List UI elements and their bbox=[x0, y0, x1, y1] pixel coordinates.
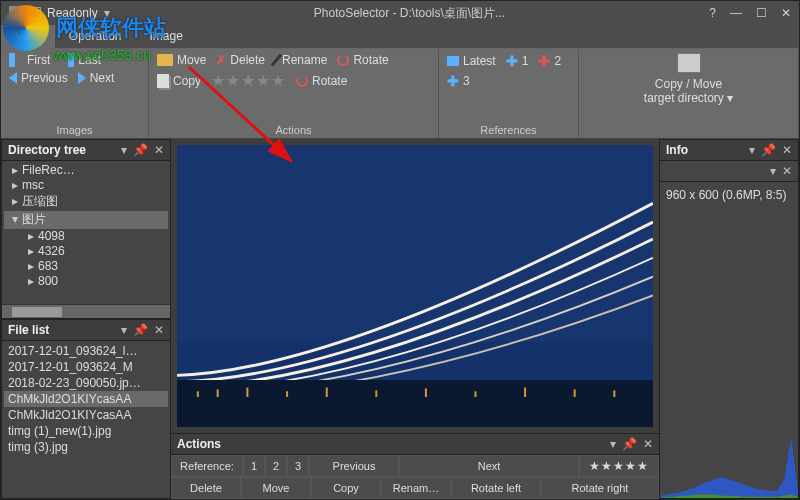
plus-icon: ✚ bbox=[506, 53, 518, 69]
readonly-checkbox[interactable] bbox=[29, 7, 41, 19]
panel-menu-icon[interactable]: ▾ bbox=[749, 143, 755, 157]
svg-rect-11 bbox=[475, 391, 477, 397]
tree-item: ▸msc bbox=[4, 178, 168, 193]
ref1-button[interactable]: 1 bbox=[243, 455, 265, 477]
rating-stars[interactable]: ★★★★★ bbox=[211, 71, 286, 90]
ref1-button[interactable]: ✚1 bbox=[506, 53, 529, 69]
plus-icon: ✚ bbox=[447, 73, 459, 89]
actions-panel-title: Actions bbox=[177, 437, 610, 451]
panel-menu-icon[interactable]: ▾ bbox=[121, 143, 127, 157]
copy-button[interactable]: Copy bbox=[311, 477, 381, 499]
tree-item: ▸683 bbox=[4, 259, 168, 274]
pin-icon[interactable]: 📌 bbox=[761, 143, 776, 157]
tree-item: ▸4326 bbox=[4, 244, 168, 259]
tab-operation[interactable]: Operation bbox=[55, 25, 136, 48]
list-item: timg (1)_new(1).jpg bbox=[4, 423, 168, 439]
svg-rect-10 bbox=[425, 388, 427, 396]
list-item: timg (3).jpg bbox=[4, 439, 168, 455]
previous-button[interactable]: Previous bbox=[309, 455, 399, 477]
help-icon[interactable] bbox=[709, 6, 716, 20]
titlebar: Readonly ▾ PhotoSelector - D:\tools\桌面\图… bbox=[1, 1, 799, 25]
svg-rect-13 bbox=[574, 389, 576, 397]
info-panel-title: Info bbox=[666, 143, 749, 157]
first-button[interactable]: First bbox=[9, 53, 50, 67]
move-button[interactable]: Move bbox=[241, 477, 311, 499]
ref3-button[interactable]: 3 bbox=[287, 455, 309, 477]
tag-icon bbox=[447, 56, 459, 66]
window-title: PhotoSelector - D:\tools\桌面\图片... bbox=[110, 5, 710, 22]
file-list-title: File list bbox=[8, 323, 121, 337]
rotate-left-button[interactable]: Rotate left bbox=[451, 477, 541, 499]
plus-icon: ✚ bbox=[538, 53, 550, 69]
tab-view[interactable]: View bbox=[1, 25, 55, 48]
actions-panel-header[interactable]: Actions ▾📌✕ bbox=[171, 434, 659, 455]
ribbon-group-images-label: Images bbox=[9, 122, 140, 136]
pin-icon[interactable]: 📌 bbox=[622, 437, 637, 451]
target-directory-button[interactable]: Copy / Move target directory ▾ bbox=[644, 53, 733, 105]
file-list-header[interactable]: File list ▾📌✕ bbox=[2, 320, 170, 341]
copy-button[interactable]: Copy bbox=[157, 71, 201, 90]
delete-button[interactable]: Delete bbox=[171, 477, 241, 499]
close-icon[interactable]: ✕ bbox=[643, 437, 653, 451]
ribbon-tabs: View Operation Image bbox=[1, 25, 799, 49]
rotate-left-button[interactable]: Rotate bbox=[337, 53, 388, 67]
reference-label: Reference: bbox=[171, 455, 243, 477]
svg-rect-7 bbox=[286, 391, 288, 397]
delete-icon: ✗ bbox=[216, 53, 226, 67]
tab-image[interactable]: Image bbox=[136, 25, 197, 48]
rename-button[interactable]: Rename bbox=[275, 53, 327, 67]
list-item: ChMkJld2O1KIYcasAA bbox=[4, 407, 168, 423]
ref2-button[interactable]: ✚2 bbox=[538, 53, 561, 69]
info-panel-header[interactable]: Info ▾📌✕ bbox=[660, 140, 798, 161]
list-item: ChMkJld2O1KIYcasAA bbox=[4, 391, 168, 407]
svg-rect-9 bbox=[375, 390, 377, 397]
close-icon[interactable]: ✕ bbox=[782, 143, 792, 157]
pin-icon[interactable]: 📌 bbox=[133, 143, 148, 157]
svg-rect-8 bbox=[326, 388, 328, 397]
tree-scrollbar[interactable] bbox=[2, 304, 170, 318]
maximize-icon[interactable] bbox=[756, 6, 767, 20]
pin-icon[interactable]: 📌 bbox=[133, 323, 148, 337]
svg-rect-2 bbox=[177, 145, 653, 342]
folder-icon bbox=[157, 54, 173, 66]
svg-rect-5 bbox=[217, 389, 219, 397]
close-icon[interactable]: ✕ bbox=[154, 143, 164, 157]
rename-button[interactable]: Renam… bbox=[381, 477, 451, 499]
minimize-icon[interactable] bbox=[730, 6, 742, 20]
pencil-icon bbox=[271, 54, 282, 67]
svg-rect-12 bbox=[524, 388, 526, 397]
close-icon[interactable] bbox=[781, 6, 791, 20]
close-icon[interactable]: ✕ bbox=[782, 164, 792, 178]
panel-menu-icon[interactable]: ▾ bbox=[121, 323, 127, 337]
ribbon: First Last Previous Next Images Move ✗De… bbox=[1, 49, 799, 139]
delete-button[interactable]: ✗Delete bbox=[216, 53, 265, 67]
move-button[interactable]: Move bbox=[157, 53, 206, 67]
file-list[interactable]: 2017-12-01_093624_l… 2017-12-01_093624_M… bbox=[2, 341, 170, 498]
tree-item: ▸FileRec… bbox=[4, 163, 168, 178]
svg-rect-3 bbox=[177, 380, 653, 427]
previous-icon bbox=[9, 72, 17, 84]
rotate-right-button[interactable]: Rotate right bbox=[541, 477, 659, 499]
info-sub-header: ▾✕ bbox=[660, 161, 798, 182]
rating-stars[interactable]: ★★★★★ bbox=[579, 455, 659, 477]
tree-item: ▸4098 bbox=[4, 229, 168, 244]
next-button[interactable]: Next bbox=[78, 71, 115, 85]
rotate-right-button[interactable]: Rotate bbox=[296, 71, 347, 90]
previous-button[interactable]: Previous bbox=[9, 71, 68, 85]
ref2-button[interactable]: 2 bbox=[265, 455, 287, 477]
directory-tree[interactable]: ▸FileRec… ▸msc ▸压缩图 ▾图片 ▸4098 ▸4326 ▸683… bbox=[2, 161, 170, 304]
ribbon-group-actions-label: Actions bbox=[157, 122, 430, 136]
image-preview[interactable] bbox=[177, 145, 653, 427]
panel-menu-icon[interactable]: ▾ bbox=[610, 437, 616, 451]
latest-button[interactable]: Latest bbox=[447, 53, 496, 69]
app-icon bbox=[9, 6, 23, 20]
close-icon[interactable]: ✕ bbox=[154, 323, 164, 337]
last-button[interactable]: Last bbox=[60, 53, 101, 67]
ribbon-group-references-label: References bbox=[447, 122, 570, 136]
next-button[interactable]: Next bbox=[399, 455, 579, 477]
histogram bbox=[660, 428, 798, 498]
panel-menu-icon[interactable]: ▾ bbox=[770, 164, 776, 178]
directory-tree-header[interactable]: Directory tree ▾📌✕ bbox=[2, 140, 170, 161]
last-icon bbox=[60, 53, 74, 67]
ref3-button[interactable]: ✚3 bbox=[447, 73, 470, 89]
